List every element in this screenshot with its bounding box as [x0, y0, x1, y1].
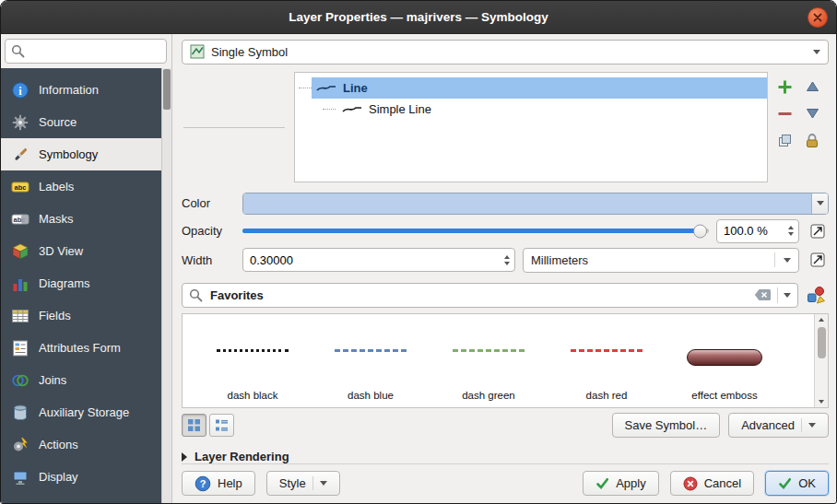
sidebar-item-fields[interactable]: Fields [1, 299, 161, 332]
divider [801, 418, 802, 432]
ok-button[interactable]: OK [765, 471, 829, 496]
symbol-item-effect-emboss[interactable]: effect emboss [666, 318, 784, 405]
apply-button[interactable]: Apply [583, 471, 659, 496]
check-icon [778, 476, 792, 490]
spin-down-icon [504, 262, 510, 265]
database-icon [10, 404, 30, 422]
sidebar-item-label: Joins [39, 373, 66, 387]
chevron-down-icon [817, 201, 824, 205]
symbol-item-dash-black[interactable]: dash black [194, 318, 312, 405]
color-dropdown[interactable] [811, 193, 828, 214]
close-button[interactable] [808, 7, 828, 28]
move-down-button[interactable] [799, 101, 825, 126]
masks-abc-icon: abc [10, 210, 30, 229]
divider [774, 252, 775, 267]
sidebar-item-label: Auxiliary Storage [39, 405, 129, 419]
layer-rendering-section[interactable]: Layer Rendering [182, 450, 829, 463]
table-fields-icon [10, 307, 30, 325]
slider-track[interactable] [242, 229, 709, 233]
style-label: Style [279, 476, 306, 490]
symbol-item-dash-blue[interactable]: dash blue [312, 318, 430, 405]
sidebar-item-label: Source [39, 115, 77, 129]
move-up-button[interactable] [799, 75, 825, 100]
sidebar-item-labels[interactable]: abc Labels [1, 170, 161, 203]
symbols-scrollbar-thumb[interactable] [818, 327, 826, 358]
symbols-scrollbar[interactable] [814, 314, 828, 407]
data-defined-override-button[interactable] [807, 249, 829, 271]
sidebar-item-information[interactable]: i Information [1, 74, 161, 106]
spin-up-icon [504, 255, 510, 259]
sidebar-item-label: Attributes Form [39, 341, 121, 355]
sidebar-item-display[interactable]: Display [1, 461, 161, 493]
spin-up-icon [788, 226, 794, 229]
svg-text:abc: abc [15, 182, 27, 191]
advanced-button[interactable]: Advanced [728, 413, 829, 438]
spin-arrows[interactable] [783, 226, 798, 236]
actions-gear-bolt-icon [10, 436, 30, 454]
width-input[interactable] [243, 253, 499, 267]
color-button[interactable] [242, 193, 829, 215]
lock-color-button[interactable] [799, 128, 825, 153]
color-swatch [243, 193, 811, 214]
tree-root-label: Line [343, 81, 368, 95]
sidebar-item-label: Labels [39, 180, 74, 193]
labels-abc-icon: abc [10, 178, 30, 196]
search-icon [11, 44, 25, 58]
help-label: Help [218, 476, 242, 490]
list-view-button[interactable] [209, 414, 234, 437]
renderer-combobox[interactable]: Single Symbol [182, 40, 829, 64]
override-icon [809, 223, 826, 240]
sidebar-item-symbology[interactable]: Symbology [1, 138, 161, 170]
add-symbol-layer-button[interactable] [772, 75, 797, 100]
icon-view-button[interactable] [182, 414, 206, 437]
cancel-button[interactable]: Cancel [670, 471, 754, 496]
style-manager-icon [807, 286, 826, 305]
sidebar-item-joins[interactable]: Joins [1, 364, 161, 396]
help-button[interactable]: ? Help [182, 471, 255, 496]
sidebar-scrollbar[interactable] [161, 68, 171, 503]
duplicate-symbol-layer-button[interactable] [772, 128, 797, 153]
width-unit-combobox[interactable]: Millimeters [523, 248, 799, 273]
cancel-x-icon [683, 476, 698, 491]
symbols-toolbar: Save Symbol… Advanced [182, 413, 829, 438]
sidebar-scrollbar-thumb[interactable] [163, 69, 171, 110]
sidebar-item-source[interactable]: Source [1, 106, 161, 138]
chevron-down-icon [808, 423, 816, 428]
opacity-slider[interactable] [242, 220, 709, 242]
symbol-item-dash-green[interactable]: dash green [430, 318, 548, 405]
sidebar-item-auxiliary-storage[interactable]: Auxiliary Storage [1, 396, 161, 428]
sidebar-item-masks[interactable]: abc Masks [1, 203, 161, 235]
sidebar-item-actions[interactable]: Actions [1, 428, 161, 461]
sidebar-item-diagrams[interactable]: Diagrams [1, 267, 161, 299]
simple-line-icon [342, 103, 362, 114]
symbol-preview [217, 349, 289, 352]
duplicate-icon [777, 133, 793, 148]
scroll-down-button[interactable] [815, 395, 828, 407]
tree-row-line[interactable]: Line [295, 77, 767, 99]
svg-text:?: ? [200, 478, 206, 489]
slider-fill [242, 229, 700, 233]
symbol-group-combobox[interactable]: Favorites [182, 283, 798, 308]
sidebar-item-label: 3D View [39, 244, 83, 258]
remove-symbol-layer-button[interactable] [772, 101, 797, 126]
search-input[interactable] [30, 44, 160, 58]
slider-handle[interactable] [693, 224, 707, 238]
spin-arrows[interactable] [499, 255, 514, 265]
sidebar-item-label: Display [39, 470, 78, 484]
data-defined-override-button[interactable] [807, 220, 829, 242]
clear-icon[interactable] [754, 288, 772, 301]
style-button[interactable]: Style [266, 471, 340, 496]
renderer-value: Single Symbol [211, 45, 807, 59]
scroll-up-button[interactable] [815, 314, 828, 326]
opacity-input[interactable] [717, 224, 783, 238]
tree-row-simple-line[interactable]: Simple Line [295, 99, 767, 120]
sidebar-item-3d-view[interactable]: 3D View [1, 235, 161, 267]
symbol-layer-tree: Line Simple Line [294, 72, 768, 182]
symbol-item-dash-red[interactable]: dash red [548, 318, 666, 405]
sidebar-item-attributes-form[interactable]: Attributes Form [1, 332, 161, 364]
chevron-down-icon [813, 50, 820, 54]
chevron-down-icon[interactable] [784, 293, 791, 298]
monitor-icon [10, 468, 30, 486]
save-symbol-button[interactable]: Save Symbol… [612, 413, 721, 438]
style-manager-button[interactable] [804, 283, 829, 308]
